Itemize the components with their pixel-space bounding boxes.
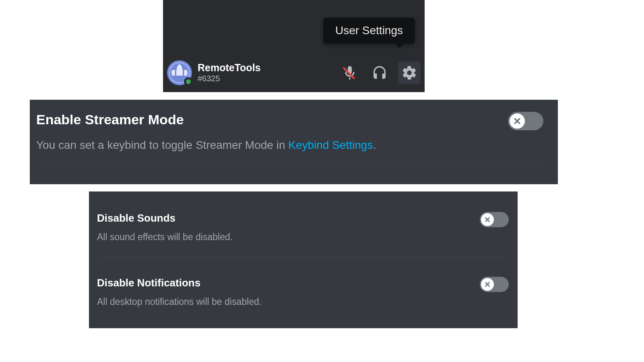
deafen-button[interactable] bbox=[368, 62, 391, 84]
desc-prefix: You can set a keybind to toggle Streamer… bbox=[36, 139, 288, 151]
avatar[interactable] bbox=[167, 60, 192, 85]
keybind-settings-link[interactable]: Keybind Settings bbox=[288, 139, 373, 151]
disable-notifications-setting: Disable Notifications All desktop notifi… bbox=[97, 257, 509, 307]
x-icon bbox=[513, 117, 522, 125]
x-icon bbox=[484, 281, 491, 288]
disable-notifications-title: Disable Notifications bbox=[97, 277, 262, 289]
desc-suffix: . bbox=[373, 139, 376, 151]
disable-notifications-toggle[interactable] bbox=[480, 277, 509, 292]
disable-notifications-desc: All desktop notifications will be disabl… bbox=[97, 296, 262, 307]
user-actions bbox=[339, 62, 421, 84]
streamer-mode-toggle[interactable] bbox=[508, 112, 543, 130]
streamer-mode-desc: You can set a keybind to toggle Streamer… bbox=[36, 139, 376, 152]
mute-button[interactable] bbox=[339, 62, 361, 84]
toggle-track bbox=[480, 277, 509, 292]
user-bar: RemoteTools #6325 bbox=[163, 53, 425, 92]
toggle-track bbox=[508, 112, 543, 130]
toggle-knob bbox=[481, 278, 494, 291]
disable-sounds-desc: All sound effects will be disabled. bbox=[97, 232, 233, 243]
disable-sounds-title: Disable Sounds bbox=[97, 212, 233, 224]
disable-sounds-toggle[interactable] bbox=[480, 212, 509, 227]
options-card: Disable Sounds All sound effects will be… bbox=[89, 191, 518, 328]
microphone-muted-icon bbox=[342, 65, 358, 81]
user-settings-button[interactable] bbox=[398, 62, 421, 84]
gear-icon bbox=[401, 65, 417, 81]
presence-indicator-online bbox=[184, 77, 193, 86]
toggle-knob bbox=[510, 113, 525, 129]
streamer-mode-title: Enable Streamer Mode bbox=[36, 112, 376, 128]
toggle-knob bbox=[481, 213, 494, 226]
svg-point-1 bbox=[173, 76, 179, 81]
username: RemoteTools bbox=[198, 62, 261, 74]
disable-sounds-setting: Disable Sounds All sound effects will be… bbox=[97, 192, 509, 257]
streamer-mode-card: Enable Streamer Mode You can set a keybi… bbox=[30, 100, 558, 184]
toggle-track bbox=[480, 212, 509, 227]
headphones-icon bbox=[372, 65, 388, 81]
divider bbox=[36, 168, 543, 168]
tooltip-label: User Settings bbox=[335, 24, 403, 37]
x-icon bbox=[484, 216, 491, 223]
user-settings-tooltip: User Settings bbox=[323, 18, 415, 43]
user-discriminator: #6325 bbox=[198, 74, 261, 83]
user-panel: User Settings RemoteTools #6325 bbox=[163, 0, 425, 92]
user-text: RemoteTools #6325 bbox=[198, 62, 261, 83]
svg-point-2 bbox=[178, 76, 183, 82]
